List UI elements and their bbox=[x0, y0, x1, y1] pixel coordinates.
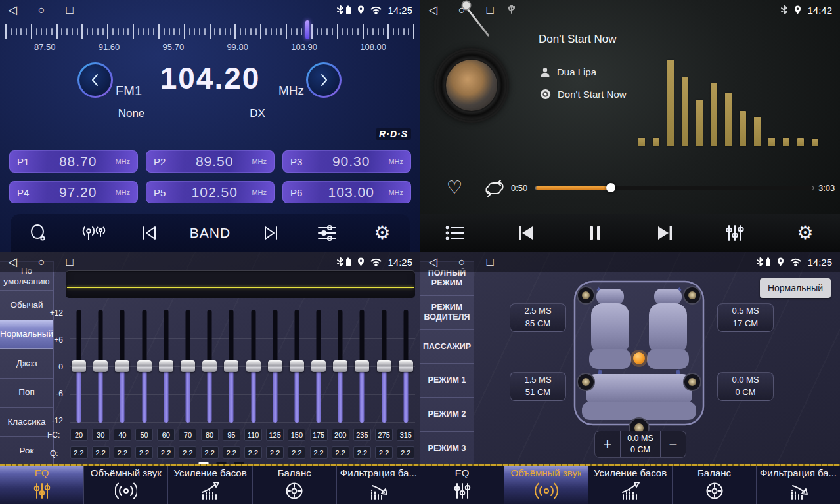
field-preset-button[interactable]: Нормальный bbox=[760, 278, 831, 298]
settings-gear-icon[interactable]: ⚙ bbox=[368, 219, 397, 247]
band-slider[interactable] bbox=[331, 310, 349, 423]
band-slider[interactable] bbox=[244, 310, 263, 423]
tune-up-button[interactable] bbox=[306, 62, 342, 98]
delay-chip-rear-left[interactable]: 1.5 MS 51 CM bbox=[510, 372, 566, 401]
back-icon[interactable]: ◁ bbox=[8, 252, 17, 272]
band-slider[interactable] bbox=[288, 310, 306, 423]
slider-handle[interactable] bbox=[355, 360, 369, 372]
band-slider[interactable] bbox=[353, 310, 371, 423]
preset-button-p6[interactable]: P6103.00MHz bbox=[282, 181, 411, 203]
delay-chip-rear-right[interactable]: 0.0 MS 0 CM bbox=[717, 372, 774, 401]
slider-handle[interactable] bbox=[224, 360, 238, 372]
back-icon[interactable]: ◁ bbox=[8, 0, 17, 20]
next-track-icon[interactable] bbox=[651, 219, 680, 247]
mode-item-2[interactable]: ПАССАЖИР bbox=[420, 330, 474, 364]
mode-item-1[interactable]: РЕЖИМ ВОДИТЕЛЯ bbox=[420, 296, 474, 330]
q-value: 2.2 bbox=[223, 446, 240, 459]
visualizer-bar bbox=[638, 138, 645, 146]
preset-button-p5[interactable]: P5102.50MHz bbox=[146, 181, 275, 203]
album-art-vinyl[interactable] bbox=[436, 50, 507, 121]
tab-eq[interactable]: EQ bbox=[0, 466, 83, 504]
settings-gear-icon[interactable]: ⚙ bbox=[791, 219, 820, 247]
band-slider[interactable] bbox=[91, 310, 110, 423]
frequency-dial[interactable] bbox=[5, 22, 415, 41]
slider-handle[interactable] bbox=[115, 360, 129, 372]
band-slider[interactable] bbox=[397, 310, 415, 423]
mode-item-5[interactable]: РЕЖИМ 3 bbox=[420, 432, 474, 466]
back-icon[interactable]: ◁ bbox=[428, 252, 437, 272]
increase-delay-button[interactable]: + bbox=[595, 431, 620, 457]
slider-handle[interactable] bbox=[159, 360, 173, 372]
tab-audio-4[interactable]: Фильтрация ба... bbox=[336, 466, 420, 504]
next-station-icon[interactable] bbox=[257, 219, 286, 247]
tab-audio-2[interactable]: Усиление басов bbox=[167, 466, 252, 504]
recents-icon[interactable]: □ bbox=[487, 0, 494, 20]
home-icon[interactable]: ○ bbox=[38, 0, 45, 20]
band-slider[interactable] bbox=[179, 310, 197, 423]
band-slider[interactable] bbox=[70, 310, 88, 423]
tab-eq[interactable]: EQ bbox=[420, 466, 504, 504]
slider-handle[interactable] bbox=[202, 360, 217, 372]
home-icon[interactable]: ○ bbox=[38, 252, 45, 272]
slider-handle[interactable] bbox=[377, 360, 391, 372]
recents-icon[interactable]: □ bbox=[66, 0, 74, 20]
slider-handle[interactable] bbox=[181, 360, 195, 372]
mode-item-4[interactable]: РЕЖИМ 2 bbox=[420, 398, 474, 432]
tune-down-button[interactable] bbox=[77, 62, 113, 98]
band-slider[interactable] bbox=[113, 310, 131, 423]
mixer-icon[interactable] bbox=[720, 219, 749, 247]
seek-knob[interactable] bbox=[606, 183, 615, 192]
slider-handle[interactable] bbox=[333, 360, 347, 372]
preset-button-p2[interactable]: P289.50MHz bbox=[146, 150, 275, 173]
band-slider[interactable] bbox=[266, 310, 284, 423]
slider-handle[interactable] bbox=[290, 360, 304, 372]
scan-icon[interactable] bbox=[24, 219, 53, 247]
tab-audio-1[interactable]: Объёмный звук bbox=[83, 466, 167, 504]
back-icon[interactable]: ◁ bbox=[428, 0, 437, 20]
band-button[interactable]: BAND bbox=[190, 219, 231, 247]
pause-icon[interactable] bbox=[581, 219, 609, 247]
dial-pointer[interactable] bbox=[305, 20, 309, 39]
broadcast-icon[interactable] bbox=[79, 219, 108, 247]
tab-audio-1[interactable]: Объёмный звук bbox=[504, 466, 588, 504]
slider-track-lower bbox=[382, 366, 386, 423]
slider-handle[interactable] bbox=[311, 360, 326, 372]
preset-button-p3[interactable]: P390.30MHz bbox=[282, 150, 411, 173]
band-slider[interactable] bbox=[200, 310, 219, 423]
dial-label: 103.90 bbox=[291, 42, 317, 52]
filter-icon bbox=[368, 480, 388, 501]
recents-icon[interactable]: □ bbox=[487, 252, 494, 272]
recents-icon[interactable]: □ bbox=[66, 252, 74, 272]
slider-handle[interactable] bbox=[72, 360, 86, 372]
favorite-heart-icon[interactable]: ♡ bbox=[447, 177, 462, 198]
tab-audio-4[interactable]: Фильтрация ба... bbox=[756, 466, 840, 504]
home-icon[interactable]: ○ bbox=[458, 0, 466, 20]
delay-chip-front-right[interactable]: 0.5 MS 17 CM bbox=[717, 303, 774, 332]
decrease-delay-button[interactable]: − bbox=[661, 431, 686, 457]
band-slider[interactable] bbox=[157, 310, 175, 423]
tab-audio-3[interactable]: Баланс bbox=[672, 466, 756, 504]
seek-bar[interactable] bbox=[536, 186, 813, 190]
delay-chip-front-left[interactable]: 2.5 MS 85 CM bbox=[510, 303, 566, 332]
prev-station-icon[interactable] bbox=[135, 219, 164, 247]
slider-handle[interactable] bbox=[137, 360, 152, 372]
eq-preset-item-6[interactable]: Рок bbox=[0, 437, 53, 466]
tab-audio-2[interactable]: Усиление басов bbox=[588, 466, 672, 504]
band-slider[interactable] bbox=[135, 310, 154, 423]
slider-handle[interactable] bbox=[268, 360, 282, 372]
band-slider[interactable] bbox=[222, 310, 240, 423]
playlist-icon[interactable] bbox=[441, 219, 470, 247]
band-slider[interactable] bbox=[375, 310, 393, 423]
tune-sliders-icon[interactable] bbox=[313, 219, 342, 247]
home-icon[interactable]: ○ bbox=[458, 252, 466, 272]
preset-button-p4[interactable]: P497.20MHz bbox=[9, 181, 138, 203]
slider-handle[interactable] bbox=[399, 360, 413, 372]
slider-handle[interactable] bbox=[93, 360, 108, 372]
mode-item-3[interactable]: РЕЖИМ 1 bbox=[420, 364, 474, 398]
preset-button-p1[interactable]: P188.70MHz bbox=[9, 150, 138, 173]
band-slider[interactable] bbox=[309, 310, 328, 423]
slider-handle[interactable] bbox=[246, 360, 261, 372]
tab-audio-3[interactable]: Баланс bbox=[252, 466, 336, 504]
repeat-icon[interactable] bbox=[483, 180, 506, 197]
previous-track-icon[interactable] bbox=[511, 219, 540, 247]
